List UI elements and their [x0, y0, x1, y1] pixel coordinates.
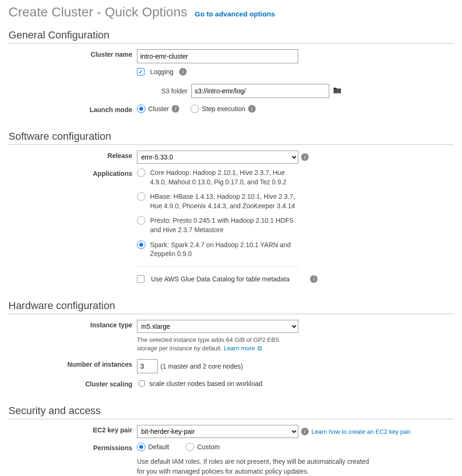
permissions-desc: Use default IAM roles. If roles are not … — [137, 457, 371, 476]
app-spark-text: Spark: Spark 2.4.7 on Hadoop 2.10.1 YARN… — [150, 241, 299, 259]
app-core-radio[interactable] — [137, 168, 145, 177]
app-hbase-text: HBase: HBase 1.4.13, Hadoop 2.10.1, Hive… — [150, 192, 299, 211]
s3-folder-input[interactable] — [191, 84, 329, 98]
launch-mode-cluster-text: Cluster — [148, 105, 169, 113]
info-icon[interactable]: i — [301, 428, 309, 435]
app-hbase-radio[interactable] — [137, 192, 145, 201]
advanced-options-link[interactable]: Go to advanced options — [195, 10, 275, 18]
key-pair-label: EC2 key pair — [8, 425, 137, 434]
instance-type-hint: The selected instance type adds 64 GiB o… — [137, 336, 292, 353]
external-icon: ⧉ — [258, 345, 262, 352]
logging-label: Logging — [150, 68, 174, 76]
applications-label: Applications — [8, 168, 137, 177]
perm-custom-radio[interactable] — [186, 443, 194, 451]
launch-mode-step-text: Step execution — [202, 105, 245, 113]
info-icon[interactable]: i — [248, 105, 256, 113]
glue-label: Use AWS Glue Data Catalog for table meta… — [151, 275, 289, 283]
logging-checkbox[interactable] — [137, 68, 144, 76]
info-icon[interactable]: i — [301, 153, 309, 161]
glue-checkbox[interactable] — [137, 275, 144, 283]
num-instances-label: Number of instances — [8, 359, 137, 368]
scaling-checkbox[interactable] — [139, 380, 145, 386]
section-software: Software configuration — [8, 130, 454, 145]
num-instances-input[interactable] — [137, 359, 158, 373]
learn-more-link[interactable]: Learn more ⧉ — [224, 345, 262, 352]
perm-default-radio[interactable] — [137, 443, 145, 451]
section-security: Security and access — [8, 405, 454, 419]
cluster-name-label: Cluster name — [8, 49, 137, 58]
release-select[interactable]: emr-5.33.0 — [137, 151, 298, 164]
app-core-text: Core Hadoop: Hadoop 2.10.1, Hive 2.3.7, … — [150, 168, 299, 187]
section-hardware: Hardware configuration — [8, 300, 454, 314]
instance-type-label: Instance type — [8, 320, 137, 329]
info-icon[interactable]: i — [310, 275, 318, 283]
section-general: General Configuration — [8, 29, 454, 44]
app-presto-text: Presto: Presto 0.245.1 with Hadoop 2.10.… — [150, 216, 299, 234]
launch-mode-cluster-radio[interactable] — [137, 105, 145, 113]
folder-icon[interactable] — [333, 87, 341, 95]
cluster-scaling-label: Cluster scaling — [8, 379, 137, 388]
scaling-option-text: scale cluster nodes based on workload — [149, 380, 262, 387]
info-icon[interactable]: i — [172, 105, 179, 113]
instance-type-select[interactable]: m5.xlarge — [137, 320, 298, 333]
page-title: Create Cluster - Quick Options — [8, 5, 187, 20]
cluster-name-input[interactable] — [137, 49, 298, 63]
key-pair-hint-link[interactable]: Learn how to create an EC2 key pair. — [311, 428, 412, 435]
launch-mode-step-radio[interactable] — [190, 105, 199, 113]
permissions-label: Permissions — [8, 443, 137, 452]
app-spark-radio[interactable] — [137, 241, 145, 249]
perm-default-text: Default — [148, 443, 169, 451]
key-pair-select[interactable]: bit-herder-key-pair — [137, 425, 298, 438]
launch-mode-label: Launch mode — [8, 105, 137, 113]
release-label: Release — [8, 151, 137, 159]
num-instances-desc: (1 master and 2 core nodes) — [160, 363, 243, 370]
info-icon[interactable]: i — [179, 68, 187, 76]
app-presto-radio[interactable] — [137, 216, 145, 225]
perm-custom-text: Custom — [197, 443, 220, 451]
s3-folder-label: S3 folder — [148, 87, 188, 95]
